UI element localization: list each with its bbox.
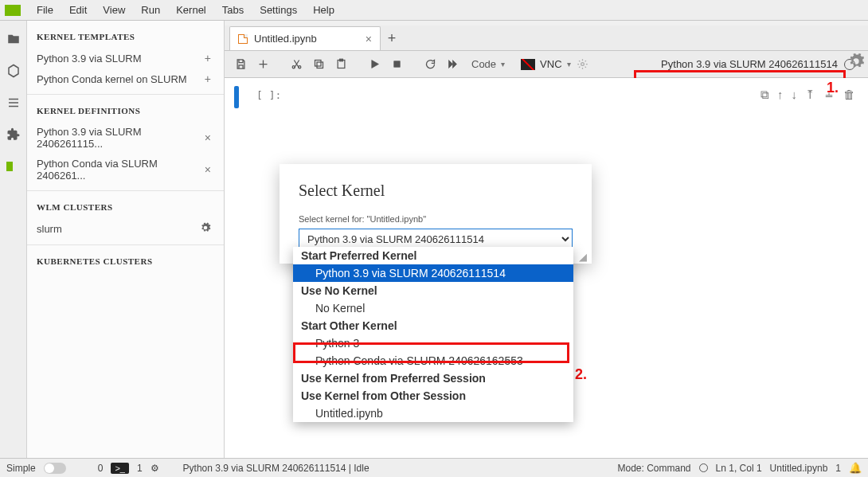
cell-prompt: [ ]: [256,86,281,101]
sync-status-icon[interactable] [699,463,708,472]
status-count-one[interactable]: 1 [137,463,143,474]
nvidia-logo-icon [5,5,21,16]
dropdown-option[interactable]: Python Conda via SLURM 240626162553 [293,352,573,369]
menu-file[interactable]: File [29,4,61,16]
definition-item-0[interactable]: Python 3.9 via SLURM 2406261115... × [27,122,224,154]
section-kube-title: KUBERNETES CLUSTERS [27,245,224,272]
chevron-down-icon[interactable]: ▾ [567,60,571,68]
save-button[interactable] [231,55,250,74]
paste-button[interactable] [331,55,350,74]
cut-button[interactable] [287,55,306,74]
insert-below-icon[interactable]: ⫨ [823,88,835,102]
vnc-label: VNC [540,58,561,70]
kernel-dropdown: Start Preferred Kernel Python 3.9 via SL… [293,247,573,422]
settings-gear-icon[interactable] [847,53,865,70]
dropdown-group: Use No Kernel [293,282,573,299]
tab-notebook[interactable]: Untitled.ipynb × [229,26,381,50]
close-icon[interactable]: × [201,163,214,176]
mode-indicator[interactable]: Mode: Command [618,463,691,474]
dialog-subtitle: Select kernel for: "Untitled.ipynb" [299,214,573,224]
vnc-group: VNC ▾ [521,55,589,74]
hex-icon[interactable] [6,64,21,78]
cursor-position[interactable]: Ln 1, Col 1 [716,463,762,474]
template-item-1[interactable]: Python Conda kernel on SLURM + [27,68,224,89]
status-count-zero[interactable]: 0 [98,463,104,474]
svg-point-1 [298,66,300,68]
stop-button[interactable] [387,55,406,74]
dropdown-option[interactable]: Python 3 [293,334,573,352]
nvidia-panel-icon[interactable] [6,159,21,174]
chevron-down-icon: ▾ [501,60,505,68]
restart-button[interactable] [420,55,440,74]
cell-type-label: Code [471,58,496,70]
dropdown-option[interactable]: Untitled.ipynb [293,405,573,422]
menu-bar: File Edit View Run Kernel Tabs Settings … [0,0,868,21]
svg-rect-2 [315,61,321,67]
add-icon[interactable]: + [201,72,214,85]
cell-type-select[interactable]: Code ▾ [471,58,505,70]
resize-handle-icon[interactable]: ◢ [579,251,588,260]
duplicate-icon[interactable]: ⧉ [760,88,769,102]
add-cell-button[interactable] [253,55,272,74]
svg-point-7 [581,63,585,66]
section-definitions-title: KERNEL DEFINITIONS [27,95,224,122]
dropdown-group: Use Kernel from Other Session [293,387,573,405]
fast-forward-button[interactable] [443,55,462,74]
section-wlm-title: WLM CLUSTERS [27,191,224,218]
definition-label: Python Conda via SLURM 2406261... [37,158,201,182]
svg-point-0 [292,66,295,68]
gear-icon[interactable] [197,222,214,236]
status-bar: Simple 0 >_ 1 ⚙ Python 3.9 via SLURM 240… [0,458,868,477]
menu-kernel[interactable]: Kernel [168,4,214,16]
cell-run-indicator [234,86,239,108]
move-down-icon[interactable]: ↓ [792,88,798,102]
dropdown-group: Start Other Kernel [293,317,573,334]
wlm-item-0[interactable]: slurm [27,218,224,240]
tab-title: Untitled.ipynb [254,33,317,45]
menu-edit[interactable]: Edit [61,4,95,16]
dropdown-option[interactable]: No Kernel [293,299,573,317]
run-button[interactable] [365,55,384,74]
menu-tabs[interactable]: Tabs [214,4,252,16]
simple-mode-label: Simple [6,463,36,474]
section-templates-title: KERNEL TEMPLATES [27,21,224,48]
kernel-status-text[interactable]: Python 3.9 via SLURM 240626111514 | Idle [183,463,369,474]
menu-help[interactable]: Help [305,4,342,16]
bell-icon[interactable]: 🔔 [849,462,862,474]
svg-rect-6 [393,61,400,68]
dropdown-group: Use Kernel from Preferred Session [293,369,573,387]
sidebar-panel: KERNEL TEMPLATES Python 3.9 via SLURM + … [27,21,225,458]
list-icon[interactable] [6,96,21,110]
activity-bar [0,21,27,458]
add-icon[interactable]: + [201,52,214,65]
dropdown-option[interactable]: Python 3.9 via SLURM 240626111514 [293,264,573,282]
status-doc-name[interactable]: Untitled.ipynb [770,463,828,474]
new-tab-button[interactable]: + [381,26,403,50]
notebook-toolbar: Code ▾ VNC ▾ Python 3.9 via SLURM 240626… [225,51,868,78]
status-session-count: 1 [835,463,841,474]
copy-button[interactable] [309,55,328,74]
kernel-selector[interactable]: Python 3.9 via SLURM 240626111514 [655,57,862,72]
simple-toggle[interactable] [44,463,66,474]
menu-settings[interactable]: Settings [252,4,305,16]
vnc-gear-icon[interactable] [576,55,590,74]
menu-view[interactable]: View [95,4,133,16]
definition-item-1[interactable]: Python Conda via SLURM 2406261... × [27,154,224,186]
env-icon[interactable]: ⚙ [151,463,159,474]
move-up-icon[interactable]: ↑ [777,88,784,102]
tab-strip: Untitled.ipynb × + [225,25,868,51]
terminal-icon[interactable]: >_ [111,463,129,474]
template-label: Python Conda kernel on SLURM [37,73,187,85]
extension-icon[interactable] [6,127,21,142]
folder-icon[interactable] [6,32,21,46]
insert-above-icon[interactable]: ⤒ [805,88,815,102]
tab-close-icon[interactable]: × [366,33,372,45]
wlm-label: slurm [37,223,62,235]
menu-run[interactable]: Run [133,4,168,16]
template-item-0[interactable]: Python 3.9 via SLURM + [27,48,224,68]
vnc-icon[interactable] [521,59,535,70]
notebook-icon [238,34,248,44]
close-icon[interactable]: × [201,131,214,144]
delete-icon[interactable]: 🗑 [843,88,855,102]
svg-rect-3 [317,62,323,68]
